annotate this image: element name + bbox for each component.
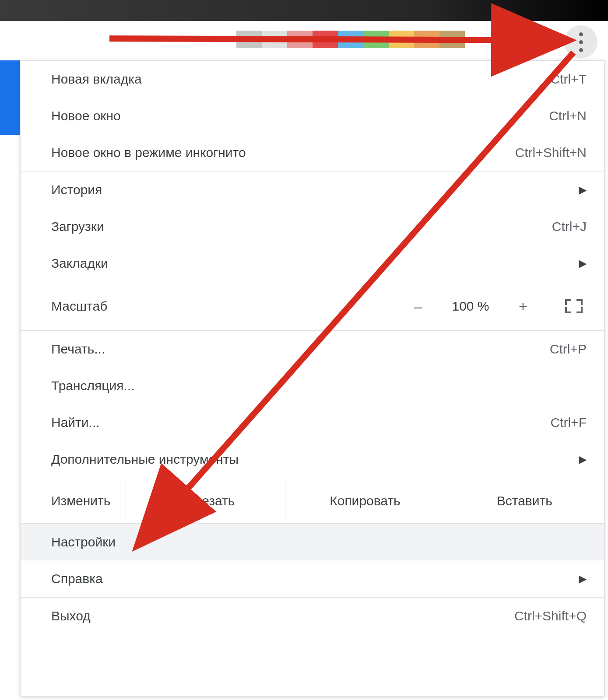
edit-label: Изменить [21,478,126,523]
menu-settings[interactable]: Настройки [21,524,604,560]
menu-downloads[interactable]: Загрузки Ctrl+J [21,208,604,245]
main-menu-button[interactable] [564,25,597,59]
menu-label: Новая вкладка [51,72,142,87]
tab-favicon[interactable] [313,31,338,48]
page-accent-edge [0,60,20,135]
menu-bookmarks[interactable]: Закладки ▶ [21,245,604,282]
paste-button[interactable]: Вставить [445,478,604,523]
chevron-right-icon: ▶ [579,257,587,270]
menu-shortcut: Ctrl+F [551,415,587,430]
menu-shortcut: Ctrl+N [549,108,587,123]
title-bar [0,0,608,21]
menu-new-window[interactable]: Новое окно Ctrl+N [21,98,604,134]
chevron-right-icon: ▶ [579,573,587,585]
menu-zoom-row: Масштаб – 100 % + [21,282,604,330]
tab-favicon[interactable] [338,31,363,48]
menu-new-tab[interactable]: Новая вкладка Ctrl+T [21,61,604,98]
zoom-value: 100 % [438,299,503,314]
menu-label: Закладки [51,256,108,271]
kebab-icon [579,32,583,52]
tab-favicon[interactable] [389,31,414,48]
chevron-right-icon: ▶ [579,453,587,466]
zoom-label: Масштаб [51,299,125,314]
menu-more-tools[interactable]: Дополнительные инструменты ▶ [21,441,604,478]
tab-favicon[interactable] [439,31,465,48]
fullscreen-button[interactable] [543,282,604,330]
menu-print[interactable]: Печать... Ctrl+P [21,331,604,368]
menu-label: История [51,182,102,197]
menu-shortcut: Ctrl+J [552,219,587,234]
tab-favicon[interactable] [287,31,313,48]
tab-favicon[interactable] [363,31,389,48]
menu-label: Новое окно в режиме инкогнито [51,145,246,160]
copy-button[interactable]: Копировать [285,478,444,523]
menu-label: Дополнительные инструменты [51,452,239,467]
tab-favicon[interactable] [262,31,287,48]
fullscreen-icon [565,299,583,313]
menu-find[interactable]: Найти... Ctrl+F [21,404,604,441]
menu-exit[interactable]: Выход Ctrl+Shift+Q [21,598,604,634]
menu-shortcut: Ctrl+T [551,72,587,87]
cut-button[interactable]: Вырезать [126,478,285,523]
menu-label: Трансляция... [51,378,135,393]
menu-label: Справка [51,571,103,586]
menu-cast[interactable]: Трансляция... [21,368,604,404]
chevron-right-icon: ▶ [579,184,587,196]
tab-favicon[interactable] [236,31,262,48]
zoom-in-button[interactable]: + [503,298,543,315]
menu-edit-row: Изменить Вырезать Копировать Вставить [21,478,604,523]
zoom-out-button[interactable]: – [398,298,438,315]
menu-shortcut: Ctrl+Shift+N [515,145,587,160]
main-menu: Новая вкладка Ctrl+T Новое окно Ctrl+N Н… [20,60,604,696]
menu-shortcut: Ctrl+Shift+Q [514,609,587,623]
menu-label: Найти... [51,415,100,430]
menu-help[interactable]: Справка ▶ [21,560,604,597]
menu-new-incognito[interactable]: Новое окно в режиме инкогнито Ctrl+Shift… [21,134,604,171]
menu-shortcut: Ctrl+P [550,342,587,357]
menu-label: Печать... [51,342,105,357]
menu-label: Загрузки [51,219,104,234]
tab-favicons [236,31,465,48]
tab-favicon[interactable] [414,31,439,48]
menu-label: Выход [51,609,91,623]
menu-history[interactable]: История ▶ [21,172,604,208]
menu-label: Настройки [51,535,116,550]
menu-label: Новое окно [51,108,121,123]
